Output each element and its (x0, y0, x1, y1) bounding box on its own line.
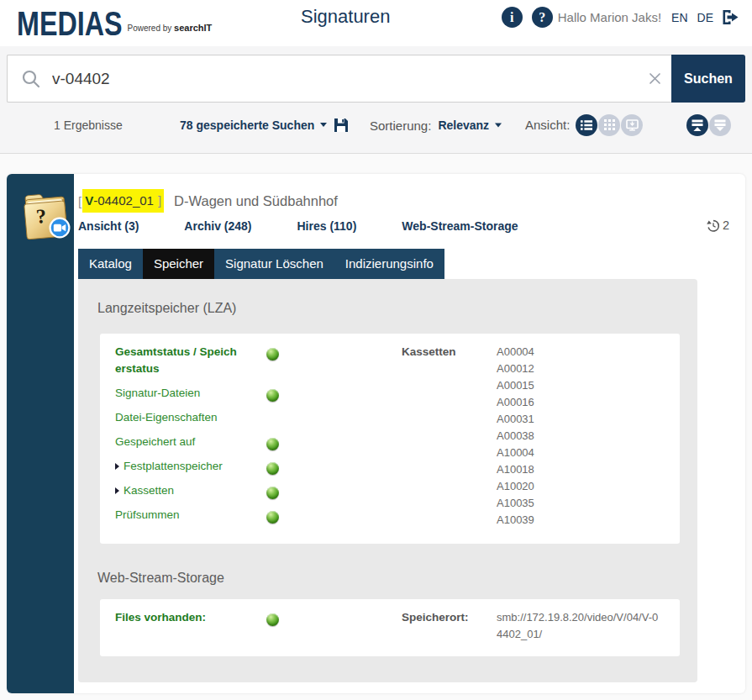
webstream-heading: Web-Stream-Storage (97, 570, 680, 587)
link-archiv[interactable]: Archiv (248) (184, 219, 251, 233)
status-label: Datei-Eigenschaften (115, 409, 266, 426)
logout-icon[interactable] (721, 8, 740, 26)
result-links: Ansicht (3) Archiv (248) Hires (110) Web… (78, 219, 732, 233)
search-box (7, 55, 671, 103)
status-row: Gespeichert auf (115, 434, 283, 450)
status-row: Kassetten (115, 482, 283, 499)
sort-value: Relevanz (438, 118, 489, 132)
bracket-close: ] (158, 193, 161, 208)
status-label-text: Kassetten (124, 484, 174, 497)
tab-katalog[interactable]: Katalog (78, 249, 143, 279)
svg-text:?: ? (35, 205, 47, 228)
status-label: Festplattenspeicher (115, 458, 266, 475)
tab-indizierungsinfo[interactable]: Indizierungsinfo (334, 249, 444, 279)
link-hires[interactable]: Hires (110) (297, 219, 357, 233)
signature-prefix: V (85, 193, 93, 208)
app-header: MEDIAS Powered by searchIT Signaturen i … (0, 0, 752, 46)
expand-arrow-icon[interactable] (115, 463, 119, 470)
result-title: D-Wagen und Südbahnhof (174, 193, 338, 209)
sort-label: Sortierung: (370, 118, 431, 132)
header-actions: i ? Hallo Marion Jaks! EN DE (502, 7, 740, 28)
lza-card: Gesamtstatus / Speich erstatus Signatur-… (100, 334, 680, 544)
status-led-green (266, 462, 279, 475)
user-greeting: Hallo Marion Jaks! (558, 10, 661, 24)
status-row: Files vorhanden: (115, 609, 283, 626)
chevron-down-icon (320, 123, 327, 127)
status-led-green (266, 613, 279, 626)
export-view-icon[interactable] (621, 114, 643, 136)
results-toolbar: 1 Ergebnisse 78 gespeicherte Suchen Sort… (7, 103, 745, 147)
status-row: Festplattenspeicher (115, 458, 283, 475)
video-folder-icon[interactable]: ? (21, 187, 71, 245)
collapse-all-icon[interactable] (686, 114, 708, 136)
chevron-down-icon (495, 123, 502, 127)
speicherort-label: Speicherort: (402, 609, 497, 656)
results-area: ? [ V-04402_01] D-Wagen und Südbahnhof A… (0, 154, 752, 693)
search-icon (21, 69, 41, 89)
status-led-green (266, 487, 279, 499)
speicher-panel: Langzeitspeicher (LZA) Gesamtstatus / Sp… (78, 279, 697, 682)
speicherort-value: smb://172.19.8.20/video/V/04/V-0 4402_01… (497, 609, 658, 656)
status-label: Prüfsummen (115, 507, 266, 524)
detail-tabs: Katalog Speicher Signatur Löschen Indizi… (78, 249, 732, 279)
results-count: 1 Ergebnisse (54, 118, 123, 132)
sort-dropdown[interactable]: Relevanz (438, 118, 502, 132)
view-icons-group (575, 114, 643, 136)
webstream-status-column: Files vorhanden: (115, 609, 283, 656)
info-icon[interactable]: i (502, 7, 523, 28)
speicherort-column: Speicherort: smb://172.19.8.20/video/V/0… (283, 609, 658, 656)
history-icon (707, 219, 719, 232)
lza-status-column: Gesamtstatus / Speich erstatus Signatur-… (115, 344, 283, 544)
tab-signatur-loeschen[interactable]: Signatur Löschen (214, 249, 334, 279)
status-led-green (266, 511, 279, 524)
status-row: Datei-Eigenschaften (115, 409, 283, 426)
save-search-icon[interactable] (334, 118, 349, 133)
status-label: Gesamtstatus / Speich erstatus (115, 344, 266, 377)
logo-text: MEDIAS (17, 7, 123, 40)
kassetten-column: Kassetten A00004 A00012 A00015 A00016 A0… (283, 344, 534, 544)
link-ansicht[interactable]: Ansicht (3) (78, 219, 139, 233)
expand-all-icon[interactable] (709, 114, 731, 136)
search-submit-button[interactable]: Suchen (671, 55, 745, 103)
status-led-green (266, 389, 279, 402)
lang-de-link[interactable]: DE (697, 11, 713, 24)
signature-number: -04402_01 (93, 193, 154, 208)
logo[interactable]: MEDIAS Powered by searchIT (17, 7, 212, 40)
tagline-prefix: Powered by (127, 24, 171, 33)
search-section: Suchen 1 Ergebnisse 78 gespeicherte Such… (0, 46, 752, 154)
history-control[interactable]: 2 (707, 218, 729, 232)
bracket-open: [ (78, 193, 82, 209)
status-label-text: Festplattenspeicher (124, 460, 223, 472)
signature-highlighted[interactable]: V-04402_01] (82, 189, 164, 213)
sort-control: Sortierung: Relevanz (370, 118, 502, 132)
lang-en-link[interactable]: EN (671, 11, 687, 24)
list-view-icon[interactable] (576, 114, 597, 136)
status-label: Signatur-Dateien (115, 385, 266, 402)
status-label: Kassetten (115, 482, 266, 499)
view-control: Ansicht: (525, 114, 643, 136)
result-body: [ V-04402_01] D-Wagen und Südbahnhof Ans… (74, 174, 745, 682)
history-count: 2 (723, 218, 729, 232)
search-row: Suchen (7, 55, 745, 103)
result-card: ? [ V-04402_01] D-Wagen und Südbahnhof A… (7, 174, 745, 693)
status-row: Gesamtstatus / Speich erstatus (115, 344, 283, 377)
status-row: Prüfsummen (115, 507, 283, 524)
signature-row: [ V-04402_01] D-Wagen und Südbahnhof (78, 189, 732, 213)
grid-view-icon[interactable] (598, 114, 620, 136)
kassetten-label: Kassetten (402, 344, 497, 544)
status-row: Signatur-Dateien (115, 385, 283, 402)
status-label: Files vorhanden: (115, 609, 266, 626)
link-web-stream-storage[interactable]: Web-Stream-Storage (402, 219, 518, 233)
saved-searches-label: 78 gespeicherte Suchen (180, 118, 314, 132)
page-title: Signaturen (301, 6, 390, 28)
clear-search-icon[interactable] (648, 71, 662, 86)
help-icon[interactable]: ? (532, 7, 553, 28)
lza-heading: Langzeitspeicher (LZA) (97, 300, 680, 317)
saved-searches-dropdown[interactable]: 78 gespeicherte Suchen (180, 118, 349, 133)
status-led-green (266, 438, 279, 450)
result-type-strip: ? (7, 174, 74, 693)
search-input[interactable] (52, 70, 648, 88)
expand-arrow-icon[interactable] (115, 487, 119, 494)
tab-speicher[interactable]: Speicher (143, 249, 214, 279)
status-label: Gespeichert auf (115, 434, 266, 450)
